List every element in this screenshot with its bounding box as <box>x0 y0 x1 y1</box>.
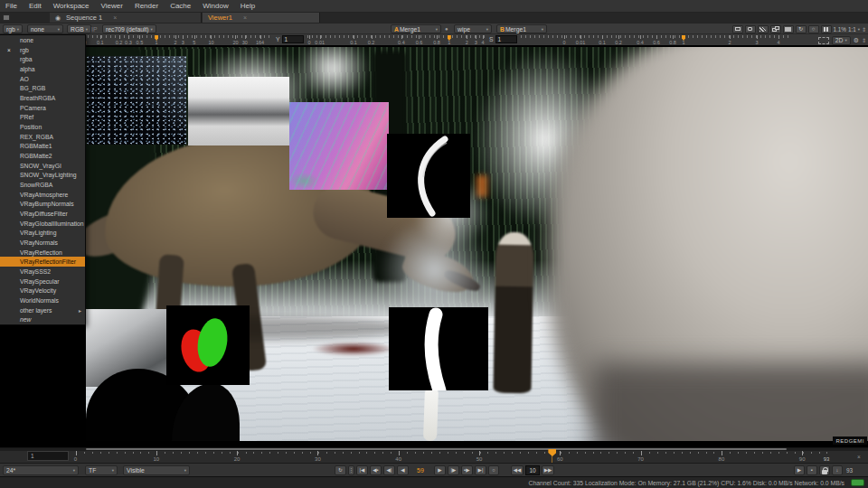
menu-file[interactable]: File <box>5 2 17 10</box>
play-backward-button[interactable]: ◀ <box>397 465 409 475</box>
layer-menu-item-vrayvelocity[interactable]: VRayVelocity <box>0 286 85 296</box>
viewer-lut-button[interactable]: rec709 (default) ▾ <box>102 24 156 33</box>
skip-forward-button[interactable]: ▶▶ <box>542 465 554 475</box>
layer-menu-item-vraynormals[interactable]: VRayNormals <box>0 238 85 248</box>
close-icon[interactable]: × <box>113 14 117 21</box>
timeline[interactable]: 0102030405060708090 1 93 × <box>0 447 868 463</box>
gamma-slider[interactable]: 00.010.10.20.40.60.81234 <box>307 35 485 45</box>
frame-increment-field[interactable]: 10 <box>525 465 540 475</box>
layer-menu-item-new[interactable]: new <box>0 314 85 324</box>
layer-menu-item-vraybumpnormals[interactable]: VRayBumpNormals <box>0 199 85 209</box>
lock-range-button[interactable] <box>819 465 830 475</box>
zoom-level[interactable]: 1.1% <box>834 26 846 33</box>
layer-menu-item-vrayatmosphere[interactable]: VRayAtmosphere <box>0 190 85 200</box>
update-circle-icon[interactable]: ○ <box>808 25 819 33</box>
render-download-button[interactable]: ↓ <box>832 465 843 475</box>
layer-menu-item-vrayglobalillumination[interactable]: VRayGlobalIllumination <box>0 219 85 229</box>
step-forward-button[interactable]: |▶ <box>448 465 459 475</box>
layer-menu-item-rgbmatte1[interactable]: RGBMatte1 <box>0 141 85 151</box>
input-a-select[interactable]: AMerge1 ▾ <box>391 24 441 33</box>
prev-keyframe-button[interactable]: ◀▪ <box>370 465 382 475</box>
layer-menu-item-vrayreflectionfilter[interactable]: VRayReflectionFilter <box>0 257 85 267</box>
step-back-button[interactable]: ◀| <box>383 465 395 475</box>
timeline-in-field[interactable]: 1 <box>27 451 69 461</box>
layer-menu-item-snow-vraylighting[interactable]: SNOW_VrayLighting <box>0 170 85 180</box>
checker-background-icon[interactable] <box>758 25 769 33</box>
saturation-input[interactable]: 1 <box>495 35 517 43</box>
end-frame-field[interactable]: 93 <box>846 465 864 475</box>
tab-sequence-1[interactable]: ◉ Sequence 1 × <box>50 13 202 23</box>
menu-render[interactable]: Render <box>135 2 158 10</box>
saturation-slider[interactable]: 00.010.10.20.40.60.81234 <box>521 35 792 45</box>
wipe-mode-select[interactable]: wipe ▾ <box>454 24 492 33</box>
menu-workspace[interactable]: Workspace <box>53 2 90 10</box>
gamma-input[interactable]: 1 <box>282 35 304 43</box>
layer-menu-item-vrayspecular[interactable]: VRaySpecular <box>0 277 85 286</box>
timeline-close-icon[interactable]: × <box>857 454 861 460</box>
flipbook-button[interactable]: ▶ <box>794 465 805 475</box>
layer-menu-item-pcamera[interactable]: PCamera <box>0 103 85 113</box>
refresh-icon[interactable]: ↻ <box>796 25 807 33</box>
timecode-mode-select[interactable]: TF ▾ <box>85 465 118 475</box>
next-keyframe-button[interactable]: ▪▶ <box>461 465 473 475</box>
view-mode-select[interactable]: 2D ▾ <box>832 36 851 45</box>
layer-menu-item-rgba[interactable]: rgba <box>0 54 85 64</box>
viewer-canvas[interactable]: REDGEMI <box>0 45 868 447</box>
layer-menu-item-rex-rgba[interactable]: REX_RGBA <box>0 132 85 142</box>
fps-select[interactable]: 24* ▾ <box>3 465 79 475</box>
layer-menu-item-rgbmatte2[interactable]: RGBMatte2 <box>0 151 85 161</box>
pixel-aspect-select[interactable]: 1:1 <box>848 26 856 33</box>
pause-icon[interactable] <box>821 25 832 33</box>
layer-menu-item-breathrgba[interactable]: BreathRGBA <box>0 93 85 103</box>
channel-set-button[interactable]: rgb ▾ <box>3 24 23 33</box>
play-forward-button[interactable]: ▶ <box>434 465 446 475</box>
monitor-eye-icon[interactable]: ◉ <box>55 14 61 22</box>
layer-menu-item-vraydiffusefilter[interactable]: VRayDiffuseFilter <box>0 209 85 219</box>
layer-menu-item-vrayreflection[interactable]: VRayReflection <box>0 248 85 258</box>
layer-menu-item-alpha[interactable]: alpha <box>0 64 85 74</box>
layer-menu-item-ao[interactable]: AO <box>0 74 85 84</box>
monitor-output-icon[interactable] <box>732 25 743 33</box>
menu-viewer[interactable]: Viewer <box>101 2 123 10</box>
range-button[interactable]: ○ <box>488 465 499 475</box>
skip-back-button[interactable]: ◀◀ <box>511 465 524 475</box>
input-process-button[interactable]: IP <box>89 24 99 33</box>
layer-menu-item-snowrgba[interactable]: SnowRGBA <box>0 180 85 190</box>
layer-select[interactable]: none ▾ <box>27 24 63 33</box>
menu-cache[interactable]: Cache <box>170 2 191 10</box>
input-b-select[interactable]: BMerge1 ▾ <box>496 24 547 33</box>
layer-menu-item-position[interactable]: Position <box>0 122 85 132</box>
mask-overlay-icon[interactable] <box>783 25 794 33</box>
close-icon[interactable]: × <box>243 14 247 21</box>
collapse-toolbar-icon[interactable]: ⇕ <box>862 26 866 33</box>
gain-slider[interactable]: 00.10.20.30.51235102030164 <box>83 35 271 45</box>
safe-zones-icon[interactable] <box>745 25 756 33</box>
menu-edit[interactable]: Edit <box>29 2 42 10</box>
layer-menu-item-snow-vraygi[interactable]: SNOW_VrayGI <box>0 161 85 171</box>
ab-swap-icon[interactable]: ● <box>445 26 448 32</box>
layer-menu-item-other-layers[interactable]: other layers▸ <box>0 305 85 315</box>
timeline-scrollbar-track[interactable] <box>0 448 868 451</box>
layer-menu-item-none[interactable]: none <box>0 35 85 45</box>
display-channels-button[interactable]: RGB ▾ <box>67 24 91 33</box>
goto-start-button[interactable]: |◀ <box>356 465 368 475</box>
dock-icon[interactable] <box>3 14 10 21</box>
layer-menu-item-bg-rgb[interactable]: BG_RGB <box>0 83 85 93</box>
layer-menu-item-rgb[interactable]: ×rgb <box>0 45 85 55</box>
collapse-toolbar-icon[interactable]: ⇕ <box>862 37 866 43</box>
playhead[interactable] <box>548 449 556 456</box>
gear-icon[interactable]: ⚙ <box>854 37 859 44</box>
menu-help[interactable]: Help <box>241 2 255 10</box>
current-frame-field[interactable]: 59 <box>409 465 432 475</box>
layer-menu-item-vraysss2[interactable]: VRaySSS2 <box>0 267 85 277</box>
visibility-select[interactable]: Visible ▾ <box>123 465 190 475</box>
layer-menu-item-pref[interactable]: PRef <box>0 112 85 122</box>
layer-menu-item-vraylighting[interactable]: VRayLighting <box>0 228 85 238</box>
loop-button[interactable]: ↻ <box>335 465 346 475</box>
region-of-interest-icon[interactable] <box>818 37 829 44</box>
goto-end-button[interactable]: ▶| <box>475 465 486 475</box>
playback-mode-button[interactable]: ⋮ <box>348 465 354 475</box>
wipe-compare-icon[interactable] <box>770 25 781 33</box>
menu-window[interactable]: Window <box>203 2 228 10</box>
stop-button[interactable]: ▪ <box>807 465 817 475</box>
